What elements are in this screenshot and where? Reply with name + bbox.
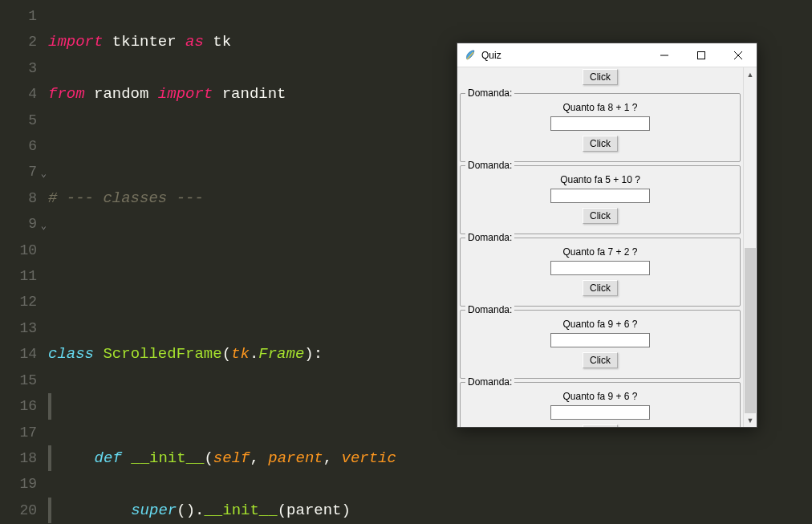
line-number: 6 <box>0 133 48 159</box>
question-text: Quanto fa 7 + 2 ? <box>465 246 735 258</box>
fold-icon[interactable]: ⌄ <box>41 213 47 239</box>
group-legend: Domanda: <box>465 160 514 171</box>
answer-input[interactable] <box>550 405 650 420</box>
answer-input[interactable] <box>550 116 650 131</box>
line-number: 13 <box>0 315 48 341</box>
scrollbar[interactable]: ▲ ▼ <box>743 67 757 427</box>
tk-quiz-window: Quiz Click Domanda: Quanto fa 8 + 1 ? Cl… <box>457 43 757 428</box>
line-number: 8 <box>0 185 48 211</box>
line-number: 11 <box>0 263 48 289</box>
line-number: 1 <box>0 3 48 29</box>
window-title: Quiz <box>481 50 646 61</box>
question-group: Domanda: Quanto fa 8 + 1 ? Click <box>460 93 741 162</box>
line-number: 10 <box>0 238 48 263</box>
line-number: 17 <box>0 420 48 445</box>
click-button[interactable]: Click <box>583 424 618 427</box>
code-line: super().__init__(parent) <box>48 498 812 523</box>
question-group: Domanda: Quanto fa 9 + 6 ? Click <box>460 310 741 379</box>
group-legend: Domanda: <box>465 87 514 99</box>
window-titlebar[interactable]: Quiz <box>457 43 757 67</box>
group-legend: Domanda: <box>465 232 514 243</box>
line-number: 12 <box>0 289 48 315</box>
click-button[interactable]: Click <box>583 136 618 152</box>
line-number: 19 <box>0 471 48 497</box>
click-button[interactable]: Click <box>583 280 618 296</box>
close-button[interactable] <box>720 43 757 67</box>
group-legend: Domanda: <box>465 304 514 315</box>
code-line: def __init__(self, parent, vertic <box>48 445 812 471</box>
group-legend: Domanda: <box>465 376 514 388</box>
scroll-up-icon[interactable]: ▲ <box>744 67 757 81</box>
question-group: Domanda: Quanto fa 9 + 6 ? Click <box>460 382 741 427</box>
question-text: Quanto fa 8 + 1 ? <box>465 102 735 113</box>
question-group: Domanda: Quanto fa 5 + 10 ? Click <box>460 165 741 234</box>
minimize-button[interactable] <box>646 43 683 67</box>
click-button[interactable]: Click <box>583 69 618 85</box>
answer-input[interactable] <box>550 189 650 203</box>
line-number: 7⌄ <box>0 159 48 185</box>
line-number: 15 <box>0 368 48 393</box>
answer-input[interactable] <box>550 261 650 275</box>
line-number: 3 <box>0 55 48 81</box>
question-text: Quanto fa 9 + 6 ? <box>465 319 735 330</box>
line-number: 2 <box>0 29 48 55</box>
line-number: 14 <box>0 341 48 367</box>
svg-rect-1 <box>698 51 705 59</box>
question-text: Quanto fa 5 + 10 ? <box>465 174 735 185</box>
answer-input[interactable] <box>550 333 650 347</box>
scroll-thumb[interactable] <box>745 248 756 413</box>
line-number: 5 <box>0 108 48 133</box>
quiz-scroll-area: Click Domanda: Quanto fa 8 + 1 ? Click D… <box>457 67 743 427</box>
line-gutter: 1 2 3 4 5 6 7⌄ 8 9⌄ 10 11 12 13 14 15 16… <box>0 0 48 524</box>
line-number: 16 <box>0 393 48 419</box>
line-number: 20 <box>0 498 48 523</box>
fold-icon[interactable]: ⌄ <box>41 161 47 187</box>
click-button[interactable]: Click <box>583 208 618 224</box>
line-number: 4 <box>0 81 48 107</box>
maximize-button[interactable] <box>683 43 720 67</box>
click-button[interactable]: Click <box>583 352 618 368</box>
scroll-down-icon[interactable]: ▼ <box>744 413 757 427</box>
tk-feather-icon <box>464 49 477 62</box>
question-group: Domanda: Quanto fa 7 + 2 ? Click <box>460 238 741 307</box>
line-number: 18 <box>0 445 48 471</box>
question-text: Quanto fa 9 + 6 ? <box>465 391 735 402</box>
line-number: 9⌄ <box>0 211 48 237</box>
